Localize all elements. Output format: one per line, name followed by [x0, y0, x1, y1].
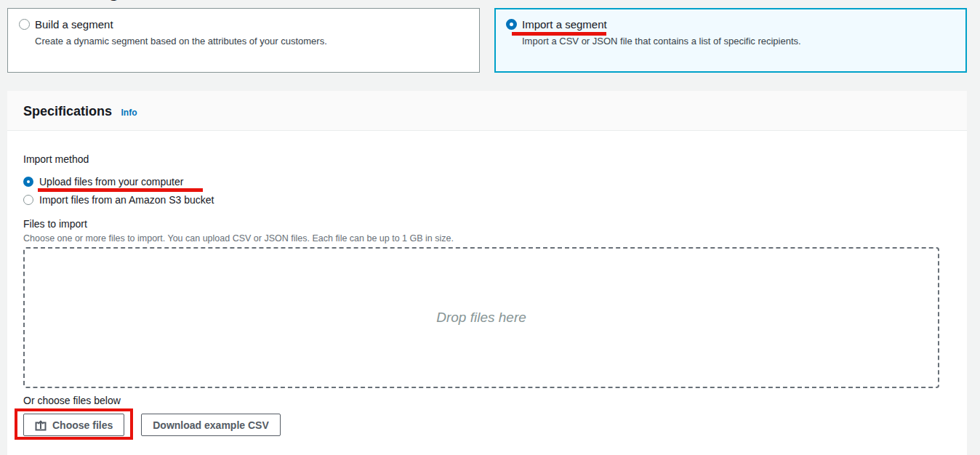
import-method-group: Upload files from your computer Import f… [23, 172, 945, 209]
info-link[interactable]: Info [121, 108, 137, 118]
specifications-panel: Specifications Info Import method Upload… [7, 91, 967, 455]
radio-row-import-from-s3[interactable]: Import files from an Amazon S3 bucket [23, 190, 945, 209]
download-example-csv-label: Download example CSV [153, 419, 268, 431]
segment-type-tiles: Build a segment Create a dynamic segment… [7, 8, 967, 73]
radio-upload-from-computer[interactable] [23, 177, 33, 187]
radio-build-a-segment[interactable] [19, 19, 30, 30]
radio-import-a-segment[interactable] [506, 19, 517, 30]
specifications-title: Specifications [23, 104, 112, 118]
tile-build-a-segment[interactable]: Build a segment Create a dynamic segment… [7, 8, 480, 73]
tile-description: Create a dynamic segment based on the at… [35, 35, 327, 47]
choose-files-button[interactable]: Choose files [23, 414, 124, 436]
files-to-import-label: Files to import [23, 217, 945, 230]
download-example-csv-button[interactable]: Download example CSV [141, 414, 280, 436]
create-segment-page: Create a segment Build a segment Create … [0, 0, 980, 455]
specifications-body: Import method Upload files from your com… [7, 131, 967, 436]
tile-content: Build a segment Create a dynamic segment… [35, 17, 327, 63]
or-choose-files-text: Or choose files below [23, 394, 945, 407]
radio-label: Import files from an Amazon S3 bucket [39, 194, 214, 206]
tile-description: Import a CSV or JSON file that contains … [522, 35, 801, 47]
page-title: Create a segment [7, 0, 165, 2]
specifications-header: Specifications Info [7, 91, 967, 131]
tile-title: Import a segment [522, 17, 607, 31]
radio-label: Upload files from your computer [39, 176, 183, 188]
import-method-label: Import method [23, 153, 945, 166]
tile-title: Build a segment [35, 17, 113, 31]
file-dropzone[interactable]: Drop files here [23, 247, 939, 388]
files-to-import-description: Choose one or more files to import. You … [23, 233, 945, 244]
dropzone-text: Drop files here [436, 310, 526, 326]
tile-import-a-segment[interactable]: Import a segment Import a CSV or JSON fi… [494, 8, 967, 73]
file-buttons-row: Choose files Download example CSV [23, 414, 945, 436]
upload-icon [35, 419, 47, 431]
choose-files-label: Choose files [52, 419, 113, 431]
tile-content: Import a segment Import a CSV or JSON fi… [522, 17, 801, 63]
radio-row-upload-from-computer[interactable]: Upload files from your computer [23, 172, 945, 190]
radio-import-from-s3[interactable] [23, 195, 33, 205]
